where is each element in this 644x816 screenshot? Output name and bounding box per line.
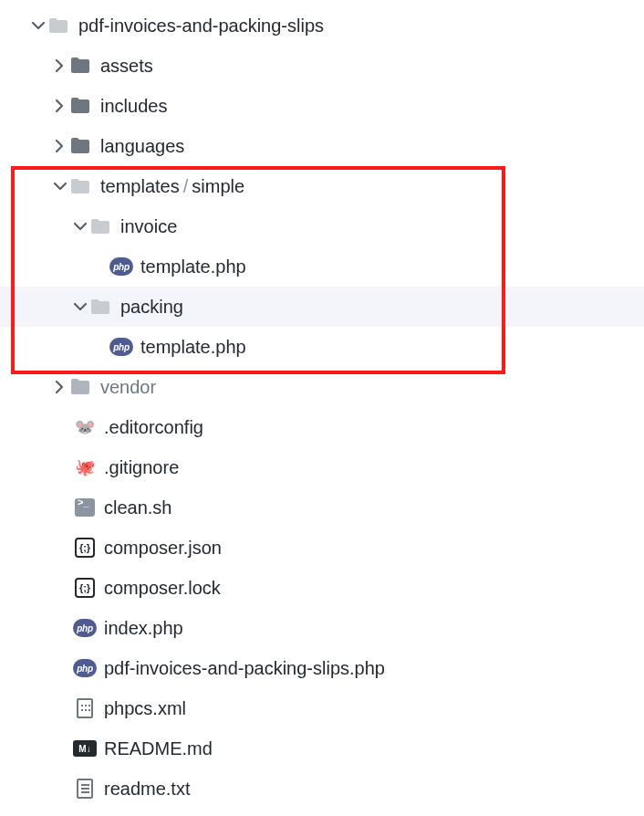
file-label: template.php	[140, 256, 246, 277]
json-icon: {;}	[73, 578, 97, 598]
tree-row-invoice[interactable]: invoice	[0, 206, 644, 246]
folder-icon	[69, 55, 93, 77]
tree-row-cleansh[interactable]: clean.sh	[0, 487, 644, 528]
chevron-down-icon[interactable]	[71, 299, 89, 314]
file-label: .editorconfig	[104, 417, 203, 438]
chevron-right-icon[interactable]	[51, 380, 69, 394]
folder-label: invoice	[120, 216, 177, 237]
tree-row-index-php[interactable]: php index.php	[0, 608, 644, 648]
folder-label: languages	[100, 136, 184, 157]
tree-row-packing-template[interactable]: php template.php	[0, 327, 644, 367]
folder-open-icon	[47, 15, 71, 37]
git-icon: 🐙	[73, 457, 97, 477]
file-label: pdf-invoices-and-packing-slips.php	[104, 658, 385, 679]
folder-label: pdf-invoices-and-packing-slips	[78, 16, 324, 37]
folder-open-icon	[89, 296, 113, 318]
file-label: .gitignore	[104, 457, 179, 478]
folder-icon	[69, 95, 93, 117]
tree-row-templates-simple[interactable]: templates / simple	[0, 166, 644, 206]
chevron-right-icon[interactable]	[51, 99, 69, 113]
file-label: template.php	[140, 337, 246, 358]
chevron-right-icon[interactable]	[51, 58, 69, 73]
file-label: clean.sh	[104, 497, 172, 518]
chevron-down-icon[interactable]	[51, 179, 69, 194]
path-separator: /	[180, 176, 192, 197]
folder-label: includes	[100, 96, 167, 117]
file-label: index.php	[104, 618, 183, 639]
markdown-icon: M↓	[73, 740, 97, 757]
file-label: composer.lock	[104, 578, 221, 599]
folder-label: vendor	[100, 377, 156, 398]
folder-icon	[69, 135, 93, 157]
folder-label: templates	[100, 176, 180, 197]
php-icon: php	[73, 659, 97, 677]
file-label: README.md	[104, 738, 213, 759]
tree-row-composer-lock[interactable]: {;} composer.lock	[0, 568, 644, 608]
tree-row-languages[interactable]: languages	[0, 126, 644, 166]
php-icon: php	[109, 257, 133, 276]
folder-open-icon	[69, 175, 93, 197]
tree-row-includes[interactable]: includes	[0, 86, 644, 126]
tree-row-invoice-template[interactable]: php template.php	[0, 246, 644, 287]
file-label: phpcs.xml	[104, 698, 186, 719]
tree-row-readme-txt[interactable]: readme.txt	[0, 769, 644, 809]
php-icon: php	[73, 619, 97, 637]
file-label: composer.json	[104, 538, 222, 559]
tree-row-packing[interactable]: packing	[0, 287, 644, 327]
editorconfig-icon: 🐭	[73, 417, 97, 437]
folder-label: assets	[100, 56, 153, 77]
file-tree: pdf-invoices-and-packing-slips assets in…	[0, 0, 644, 816]
php-icon: php	[109, 338, 133, 356]
chevron-down-icon[interactable]	[71, 219, 89, 234]
folder-icon	[69, 376, 93, 398]
folder-label: simple	[192, 176, 244, 197]
folder-label: packing	[120, 297, 183, 318]
chevron-right-icon[interactable]	[51, 139, 69, 153]
tree-row-assets[interactable]: assets	[0, 46, 644, 86]
tree-row-composer-json[interactable]: {;} composer.json	[0, 528, 644, 568]
tree-row-phpcs-xml[interactable]: phpcs.xml	[0, 688, 644, 728]
tree-row-gitignore[interactable]: 🐙 .gitignore	[0, 447, 644, 487]
chevron-down-icon[interactable]	[29, 18, 47, 33]
shell-icon	[73, 498, 97, 517]
xml-file-icon	[73, 698, 97, 718]
json-icon: {;}	[73, 538, 97, 558]
tree-row-readme-md[interactable]: M↓ README.md	[0, 728, 644, 769]
text-file-icon	[73, 779, 97, 799]
folder-open-icon	[89, 215, 113, 237]
tree-row-vendor[interactable]: vendor	[0, 367, 644, 407]
tree-row-editorconfig[interactable]: 🐭 .editorconfig	[0, 407, 644, 447]
file-label: readme.txt	[104, 779, 190, 800]
tree-row-root[interactable]: pdf-invoices-and-packing-slips	[0, 5, 644, 46]
tree-row-main-php[interactable]: php pdf-invoices-and-packing-slips.php	[0, 648, 644, 688]
